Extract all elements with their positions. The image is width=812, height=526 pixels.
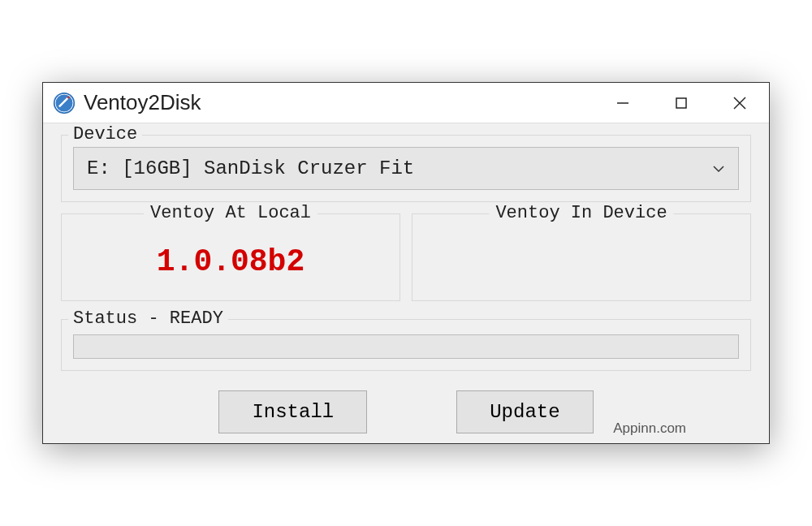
device-selected-text: E: [16GB] SanDisk Cruzer Fit <box>87 157 414 179</box>
progress-bar <box>73 334 739 359</box>
version-row: Ventoy At Local 1.0.08b2 Ventoy In Devic… <box>61 213 751 301</box>
window-controls <box>594 83 769 123</box>
close-button[interactable] <box>710 83 769 123</box>
window-title: Ventoy2Disk <box>84 90 594 115</box>
version-device-box: Ventoy In Device <box>412 213 751 301</box>
minimize-button[interactable] <box>594 83 652 123</box>
version-local-box: Ventoy At Local 1.0.08b2 <box>61 213 400 301</box>
version-local-value: 1.0.08b2 <box>157 244 304 279</box>
version-local-label: Ventoy At Local <box>144 203 317 223</box>
titlebar: Ventoy2Disk <box>43 83 769 123</box>
device-group-label: Device <box>68 124 142 144</box>
app-icon <box>53 92 76 114</box>
version-device-label: Ventoy In Device <box>489 203 673 223</box>
watermark-text: Appinn.com <box>613 420 686 437</box>
chevron-down-icon <box>712 162 725 176</box>
svg-rect-4 <box>676 98 686 108</box>
button-row: Install Update Appinn.com <box>61 390 751 433</box>
status-group: Status - READY <box>61 319 751 371</box>
update-button[interactable]: Update <box>456 390 593 433</box>
client-area: Device E: [16GB] SanDisk Cruzer Fit Vent… <box>43 123 769 443</box>
device-group: Device E: [16GB] SanDisk Cruzer Fit <box>61 135 751 202</box>
maximize-button[interactable] <box>652 83 710 123</box>
status-label: Status - READY <box>68 308 228 329</box>
device-select[interactable]: E: [16GB] SanDisk Cruzer Fit <box>73 147 739 190</box>
install-button[interactable]: Install <box>218 390 367 433</box>
app-window: Ventoy2Disk Device E: [16GB] SanDisk Cru… <box>42 82 770 444</box>
